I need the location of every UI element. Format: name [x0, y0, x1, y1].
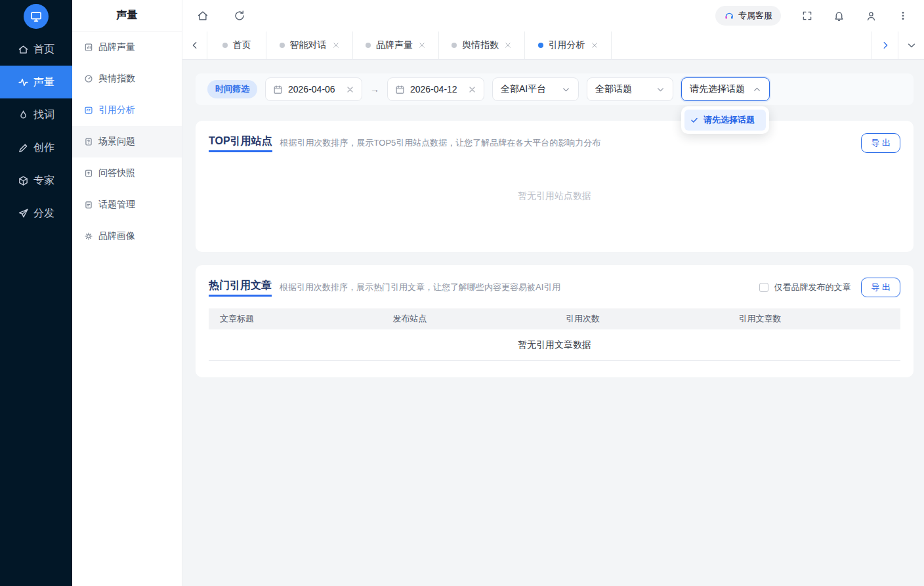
tab-close-button[interactable]	[591, 41, 598, 49]
qa-snapshot-icon	[84, 169, 93, 178]
articles-table: 文章标题 发布站点 引用次数 引用文章数 暂无引用文章数据	[209, 308, 900, 361]
tab-label: 品牌声量	[376, 39, 413, 51]
rail-item-label: 声量	[33, 75, 54, 89]
sidebar-item-topic-management[interactable]: 话题管理	[72, 189, 182, 220]
brand-only-checkbox[interactable]	[759, 283, 768, 292]
tab-label: 首页	[233, 39, 251, 51]
topic-value: 全部话题	[595, 83, 632, 95]
topic-dropdown-option[interactable]: 请先选择话题	[684, 110, 766, 131]
tab-close-button[interactable]	[504, 41, 512, 49]
tabs-scroll-right-button[interactable]	[872, 31, 898, 59]
tab-status-dot	[366, 43, 371, 48]
rail-item-home[interactable]: 首页	[0, 33, 72, 66]
home-button[interactable]	[197, 10, 209, 22]
sidebar-item-sentiment-index[interactable]: 舆情指数	[72, 63, 182, 94]
tab-label: 智能对话	[290, 39, 327, 51]
rail-item-create[interactable]: 创作	[0, 131, 72, 164]
main-area: 专属客服 首页 智能对话	[182, 0, 924, 586]
account-button[interactable]	[866, 10, 877, 22]
fullscreen-button[interactable]	[802, 10, 812, 21]
export-button[interactable]: 导 出	[861, 133, 900, 153]
start-date-picker[interactable]: 2026-04-06	[265, 77, 362, 101]
empty-state-text: 暂无引用站点数据	[518, 190, 591, 202]
export-button[interactable]: 导 出	[861, 278, 900, 297]
rail-item-label: 分发	[33, 207, 54, 220]
rail-item-label: 专家	[33, 174, 54, 188]
tab-citation-analysis[interactable]: 引用分析	[525, 31, 612, 59]
rail-item-expert[interactable]: 专家	[0, 164, 72, 197]
tab-close-button[interactable]	[418, 41, 426, 49]
topic-select[interactable]: 全部话题	[587, 77, 673, 101]
close-icon	[332, 41, 340, 49]
headset-icon	[724, 10, 734, 21]
sidebar-item-label: 引用分析	[98, 104, 135, 116]
sidebar-item-label: 问答快照	[98, 167, 135, 179]
card-title: TOP引用站点	[209, 135, 272, 152]
close-icon	[591, 41, 598, 49]
topic-choose-select[interactable]: 请先选择话题	[681, 77, 770, 101]
user-icon	[866, 10, 877, 22]
more-menu-button[interactable]	[898, 10, 908, 21]
column-header-cited-article-count: 引用文章数	[728, 313, 901, 325]
support-label: 专属客服	[738, 10, 772, 22]
card-description: 根据引用次数排序，展示热门引用文章，让您了解哪些内容更容易被AI引用	[280, 282, 759, 293]
refresh-button[interactable]	[234, 10, 245, 22]
tab-status-dot	[538, 43, 543, 48]
citation-analysis-icon	[84, 106, 93, 115]
chevron-down-icon	[656, 85, 665, 94]
brand-volume-icon	[84, 43, 93, 52]
chevron-down-icon	[907, 41, 916, 50]
app-logo[interactable]	[0, 0, 72, 33]
column-header-publish-site: 发布站点	[382, 313, 555, 325]
secondary-sidebar: 声量 品牌声量 舆情指数 引用分析 场景问题 问答快照 话题管理 品牌画像	[72, 0, 182, 586]
end-date-value: 2026-04-12	[410, 84, 463, 94]
fullscreen-icon	[802, 10, 812, 21]
tabs-menu-button[interactable]	[898, 31, 924, 59]
primary-nav-rail: 首页 声量 找词 创作 专家 分发	[0, 0, 72, 586]
rail-item-label: 创作	[33, 141, 54, 155]
ai-platform-select[interactable]: 全部AI平台	[492, 77, 579, 101]
sidebar-item-brand-volume[interactable]: 品牌声量	[72, 31, 182, 63]
tabs-scroll-left-button[interactable]	[182, 31, 207, 59]
page-tab-bar: 首页 智能对话 品牌声量 舆情指数 引用分析	[182, 31, 924, 60]
sidebar-item-brand-portrait[interactable]: 品牌画像	[72, 220, 182, 252]
rail-item-distribute[interactable]: 分发	[0, 197, 72, 230]
page-content: 时间筛选 2026-04-06 → 2026-04-12 全部AI平台 全部话题	[182, 60, 924, 586]
dropdown-option-label: 请先选择话题	[704, 114, 755, 126]
notifications-button[interactable]	[833, 10, 845, 22]
chevron-down-icon	[562, 85, 570, 94]
clear-icon[interactable]	[346, 85, 354, 94]
column-header-article-title: 文章标题	[209, 313, 382, 325]
tab-sentiment-index[interactable]: 舆情指数	[439, 31, 525, 59]
pulse-icon	[18, 77, 29, 88]
chevron-right-icon	[881, 41, 890, 50]
column-header-citation-count: 引用次数	[555, 313, 728, 325]
filter-bar: 时间筛选 2026-04-06 → 2026-04-12 全部AI平台 全部话题	[196, 73, 914, 105]
rail-item-label: 找词	[33, 108, 54, 122]
sidebar-title: 声量	[72, 0, 182, 31]
clear-icon[interactable]	[468, 85, 476, 94]
tab-status-dot	[452, 43, 457, 48]
sidebar-item-citation-analysis[interactable]: 引用分析	[72, 94, 182, 126]
top-citation-sites-card: TOP引用站点 根据引用次数排序，展示TOP5引用站点数据，让您了解品牌在各大平…	[196, 121, 914, 252]
tab-smart-chat[interactable]: 智能对话	[266, 31, 353, 59]
hot-cited-articles-card: 热门引用文章 根据引用次数排序，展示热门引用文章，让您了解哪些内容更容易被AI引…	[196, 265, 914, 377]
card-description: 根据引用次数排序，展示TOP5引用站点数据，让您了解品牌在各大平台的影响力分布	[280, 137, 862, 149]
support-service-button[interactable]: 专属客服	[715, 6, 781, 26]
paper-plane-icon	[18, 208, 29, 219]
pen-icon	[18, 142, 29, 154]
end-date-picker[interactable]: 2026-04-12	[387, 77, 484, 101]
brand-only-filter[interactable]: 仅看品牌发布的文章	[759, 282, 850, 293]
chevron-up-icon	[753, 85, 761, 94]
chevron-left-icon	[190, 41, 200, 50]
sidebar-item-qa-snapshot[interactable]: 问答快照	[72, 157, 182, 189]
tab-home[interactable]: 首页	[207, 31, 266, 59]
tab-brand-volume[interactable]: 品牌声量	[353, 31, 439, 59]
sidebar-item-scenario-question[interactable]: 场景问题	[72, 126, 182, 157]
brand-only-label: 仅看品牌发布的文章	[774, 282, 850, 293]
tab-close-button[interactable]	[332, 41, 340, 49]
rail-item-volume[interactable]: 声量	[0, 66, 72, 98]
rail-item-find-words[interactable]: 找词	[0, 98, 72, 131]
cube-icon	[18, 175, 29, 186]
tab-label: 引用分析	[549, 39, 585, 51]
